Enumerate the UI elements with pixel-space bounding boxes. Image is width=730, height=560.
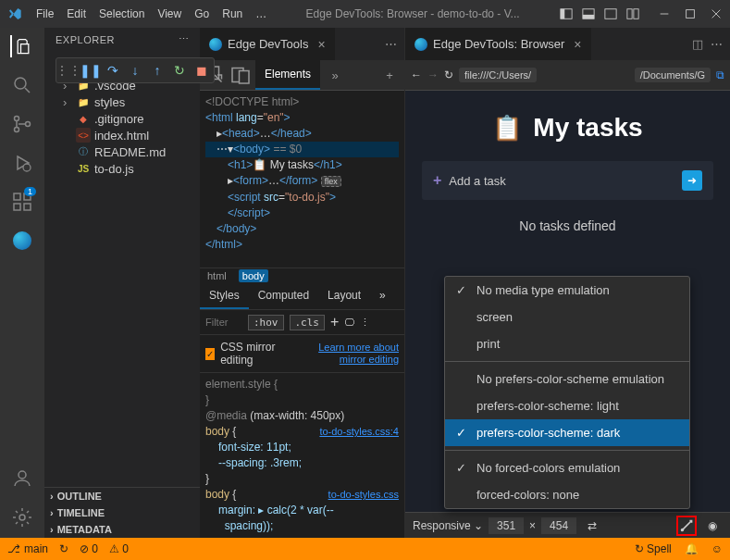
mirror-checkbox[interactable]: ✓ bbox=[205, 348, 215, 360]
tab-close-icon[interactable]: × bbox=[317, 37, 325, 52]
spell-indicator[interactable]: ↻ Spell bbox=[635, 542, 672, 555]
tab-close-icon[interactable]: × bbox=[574, 37, 581, 52]
explorer-more-icon[interactable]: ⋯ bbox=[179, 33, 190, 45]
run-debug-icon[interactable] bbox=[11, 152, 33, 174]
tab-more-icon[interactable]: ⋯ bbox=[385, 37, 397, 51]
elements-breadcrumb[interactable]: html body bbox=[200, 268, 404, 283]
section-outline[interactable]: ›OUTLINE bbox=[44, 488, 200, 504]
styles-tab-styles[interactable]: Styles bbox=[200, 283, 249, 309]
url-segment-2[interactable]: /Documents/G bbox=[635, 68, 711, 82]
styles-tab-layout[interactable]: Layout bbox=[318, 283, 370, 309]
debug-step-into-icon[interactable]: ↓ bbox=[125, 60, 145, 81]
debug-toolbar[interactable]: ⋮⋮ ❚❚ ↷ ↓ ↑ ↻ ◼ bbox=[56, 57, 215, 83]
emul-screen[interactable]: screen bbox=[445, 304, 689, 330]
url-segment-1[interactable]: file:///C:/Users/ bbox=[459, 68, 537, 82]
source-control-icon[interactable] bbox=[11, 113, 33, 135]
styles-tabs-more-icon[interactable]: » bbox=[370, 283, 395, 309]
section-timeline[interactable]: ›TIMELINE bbox=[44, 504, 200, 521]
hov-button[interactable]: :hov bbox=[248, 315, 284, 330]
layout-icon[interactable] bbox=[626, 7, 639, 20]
file-todo-js[interactable]: JSto-do.js bbox=[44, 160, 200, 177]
emul-no-media[interactable]: No media type emulation bbox=[445, 277, 689, 304]
branch-indicator[interactable]: ⎇main bbox=[7, 542, 48, 555]
split-editor-icon[interactable]: ◫ bbox=[692, 37, 703, 51]
tab-edge-devtools[interactable]: Edge DevTools × bbox=[200, 28, 336, 60]
panel-left-icon[interactable] bbox=[560, 7, 573, 20]
folder-styles[interactable]: ›📁styles bbox=[44, 93, 200, 110]
menu-file[interactable]: File bbox=[30, 7, 60, 20]
warnings-indicator[interactable]: ⚠ 0 bbox=[109, 542, 129, 555]
device-width-input[interactable] bbox=[489, 517, 524, 534]
notifications-icon[interactable]: 🔔 bbox=[685, 542, 699, 555]
file-readme[interactable]: ⓘREADME.md bbox=[44, 143, 200, 160]
submit-arrow-icon[interactable]: ➜ bbox=[682, 170, 702, 191]
emul-no-scheme[interactable]: No prefers-color-scheme emulation bbox=[445, 366, 689, 392]
search-icon[interactable] bbox=[11, 74, 33, 96]
debug-stop-icon[interactable]: ◼ bbox=[192, 60, 212, 81]
debug-pause-icon[interactable]: ❚❚ bbox=[80, 60, 101, 81]
menu-edit[interactable]: Edit bbox=[60, 7, 93, 20]
styles-tab-computed[interactable]: Computed bbox=[249, 283, 318, 309]
file-index-html[interactable]: <>index.html bbox=[44, 127, 200, 143]
emul-forced-none[interactable]: forced-colors: none bbox=[445, 481, 689, 508]
styles-more-icon[interactable]: ⋮ bbox=[360, 317, 370, 329]
rotate-icon[interactable]: ⇄ bbox=[582, 516, 602, 536]
svg-rect-25 bbox=[240, 71, 250, 84]
elements-tree[interactable]: <!DOCTYPE html> <html lang="en"> ▸<head>… bbox=[200, 91, 404, 268]
visibility-icon[interactable]: ◉ bbox=[702, 516, 723, 536]
browser-forward-icon[interactable]: → bbox=[427, 68, 439, 81]
browser-toolbar: ← → ↻ file:///C:/Users/ /Documents/G ⧉ bbox=[405, 60, 730, 91]
tab-elements[interactable]: Elements bbox=[255, 60, 320, 90]
menu-selection[interactable]: Selection bbox=[93, 7, 151, 20]
device-mode-dropdown[interactable]: Responsive ⌄ bbox=[413, 519, 483, 532]
edge-tools-icon[interactable] bbox=[11, 230, 33, 252]
tabs-more-icon[interactable]: » bbox=[324, 64, 346, 86]
menu-view[interactable]: View bbox=[151, 7, 188, 20]
svg-point-26 bbox=[681, 528, 684, 530]
cls-button[interactable]: .cls bbox=[290, 315, 326, 330]
debug-step-over-icon[interactable]: ↷ bbox=[103, 60, 123, 81]
styles-device-icon[interactable]: 🖵 bbox=[344, 317, 354, 328]
explorer-icon[interactable] bbox=[10, 35, 32, 57]
styles-filter-input[interactable] bbox=[205, 317, 242, 328]
emul-no-forced[interactable]: No forced-colors emulation bbox=[445, 454, 689, 481]
open-devtools-icon[interactable]: ⧉ bbox=[716, 68, 724, 81]
add-task-input[interactable]: + Add a task ➜ bbox=[422, 161, 713, 200]
dimensions-x: × bbox=[529, 519, 536, 532]
emulation-toggle-icon[interactable] bbox=[676, 516, 697, 536]
window-title: Edge DevTools: Browser - demo-to-do - V.… bbox=[273, 7, 552, 20]
section-metadata[interactable]: ›METADATA bbox=[44, 521, 200, 538]
menu-go[interactable]: Go bbox=[188, 7, 216, 20]
panel-right-icon[interactable] bbox=[604, 7, 617, 20]
maximize-icon[interactable] bbox=[684, 7, 697, 20]
browser-back-icon[interactable]: ← bbox=[411, 68, 422, 81]
menu-run[interactable]: Run bbox=[216, 7, 249, 20]
menu-more[interactable]: … bbox=[249, 7, 273, 20]
account-icon[interactable] bbox=[11, 467, 33, 490]
tab-add-icon[interactable]: + bbox=[378, 64, 401, 86]
file-gitignore[interactable]: ◆.gitignore bbox=[44, 110, 200, 127]
svg-point-15 bbox=[26, 122, 31, 127]
emul-scheme-dark[interactable]: prefers-color-scheme: dark bbox=[445, 419, 689, 446]
close-icon[interactable] bbox=[710, 7, 723, 20]
sync-icon[interactable]: ↻ bbox=[59, 542, 68, 555]
debug-step-out-icon[interactable]: ↑ bbox=[147, 60, 167, 81]
debug-drag-icon[interactable]: ⋮⋮ bbox=[58, 60, 79, 81]
debug-restart-icon[interactable]: ↻ bbox=[169, 60, 190, 81]
device-toggle-icon[interactable] bbox=[229, 64, 252, 86]
svg-rect-8 bbox=[687, 10, 695, 19]
minimize-icon[interactable] bbox=[658, 7, 671, 20]
browser-reload-icon[interactable]: ↻ bbox=[444, 68, 453, 81]
panel-bottom-icon[interactable] bbox=[582, 7, 595, 20]
errors-indicator[interactable]: ⊘ 0 bbox=[80, 542, 98, 555]
device-height-input[interactable] bbox=[541, 517, 576, 534]
tab-edge-browser[interactable]: Edge DevTools: Browser × bbox=[405, 28, 592, 60]
feedback-icon[interactable]: ☺ bbox=[711, 542, 723, 555]
emul-print[interactable]: print bbox=[445, 330, 689, 357]
emul-scheme-light[interactable]: prefers-color-scheme: light bbox=[445, 392, 689, 419]
styles-rules[interactable]: element.style { } @media (max-width: 450… bbox=[200, 373, 404, 538]
settings-gear-icon[interactable] bbox=[11, 506, 33, 529]
tab-more-icon[interactable]: ⋯ bbox=[711, 37, 723, 51]
new-rule-icon[interactable]: + bbox=[330, 314, 339, 330]
mirror-learn-link[interactable]: Learn more about mirror editing bbox=[293, 342, 399, 366]
